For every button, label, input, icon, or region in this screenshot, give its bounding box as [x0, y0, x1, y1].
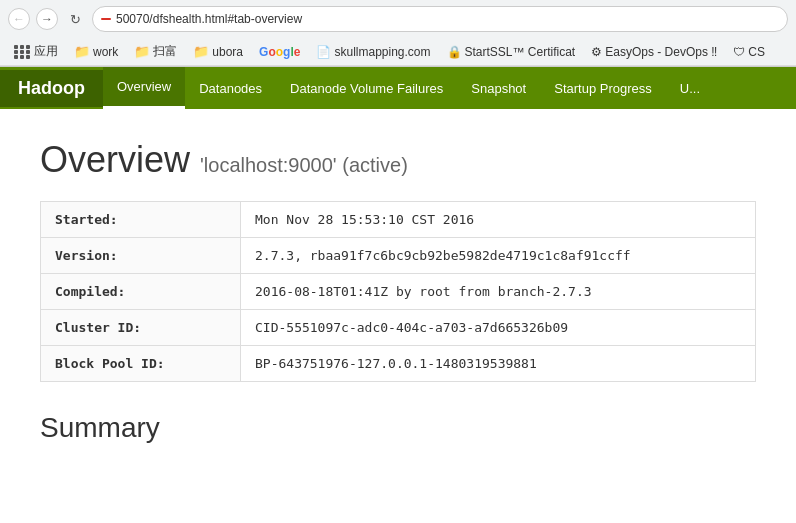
bookmark-skullmapping[interactable]: 📄 skullmapping.com [310, 43, 436, 61]
label-cluster-id: Cluster ID: [41, 310, 241, 346]
hadoop-brand: Hadoop [0, 70, 103, 107]
label-block-pool-id: Block Pool ID: [41, 346, 241, 382]
nav-overview[interactable]: Overview [103, 67, 185, 109]
folder-icon: 📁 [193, 44, 209, 59]
info-table: Started: Mon Nov 28 15:53:10 CST 2016 Ve… [40, 201, 756, 382]
table-row: Version: 2.7.3, rbaa91f7c6bc9cb92be5982d… [41, 238, 756, 274]
lock-icon: 🔒 [447, 45, 462, 59]
back-button[interactable]: ← [8, 8, 30, 30]
bookmark-google[interactable]: Google [253, 43, 306, 61]
overview-heading: Overview 'localhost:9000' (active) [40, 139, 756, 181]
apps-grid-icon [14, 45, 31, 59]
table-row: Started: Mon Nov 28 15:53:10 CST 2016 [41, 202, 756, 238]
bookmark-scan[interactable]: 📁 扫富 [128, 41, 183, 62]
label-started: Started: [41, 202, 241, 238]
folder-icon: 📁 [134, 44, 150, 59]
refresh-button[interactable]: ↻ [64, 8, 86, 30]
label-compiled: Compiled: [41, 274, 241, 310]
page-icon: 📄 [316, 45, 331, 59]
apps-label: 应用 [34, 43, 58, 60]
bookmark-work[interactable]: 📁 work [68, 42, 124, 61]
table-row: Compiled: 2016-08-18T01:41Z by root from… [41, 274, 756, 310]
url-text: 50070/dfshealth.html#tab-overview [116, 12, 779, 26]
nav-datanode-volume-failures[interactable]: Datanode Volume Failures [276, 69, 457, 108]
summary-heading: Summary [40, 412, 756, 444]
table-row: Cluster ID: CID-5551097c-adc0-404c-a703-… [41, 310, 756, 346]
nav-snapshot[interactable]: Snapshot [457, 69, 540, 108]
page-content: Overview 'localhost:9000' (active) Start… [0, 109, 796, 464]
bookmark-csi[interactable]: 🛡 CS [727, 43, 771, 61]
google-logo: Google [259, 45, 300, 59]
value-version: 2.7.3, rbaa91f7c6bc9cb92be5982de4719c1c8… [241, 238, 756, 274]
browser-chrome: ← → ↻ 50070/dfshealth.html#tab-overview … [0, 0, 796, 67]
bookmark-startssl[interactable]: 🔒 StartSSL™ Certificat [441, 43, 582, 61]
value-started: Mon Nov 28 15:53:10 CST 2016 [241, 202, 756, 238]
nav-utilities[interactable]: U... [666, 69, 714, 108]
table-row: Block Pool ID: BP-643751976-127.0.0.1-14… [41, 346, 756, 382]
nav-datanodes[interactable]: Datanodes [185, 69, 276, 108]
shield-icon: 🛡 [733, 45, 745, 59]
bookmark-easyops[interactable]: ⚙ EasyOps - DevOps ‼ [585, 43, 723, 61]
apps-shortcut[interactable]: 应用 [8, 41, 64, 62]
forward-button[interactable]: → [36, 8, 58, 30]
value-cluster-id: CID-5551097c-adc0-404c-a703-a7d665326b09 [241, 310, 756, 346]
browser-toolbar: ← → ↻ 50070/dfshealth.html#tab-overview [0, 0, 796, 38]
folder-icon: 📁 [74, 44, 90, 59]
hadoop-navbar: Hadoop Overview Datanodes Datanode Volum… [0, 67, 796, 109]
bookmarks-bar: 应用 📁 work 📁 扫富 📁 ubora Google 📄 skullmap… [0, 38, 796, 66]
bookmark-ubora[interactable]: 📁 ubora [187, 42, 249, 61]
address-bar[interactable]: 50070/dfshealth.html#tab-overview [92, 6, 788, 32]
security-indicator [101, 18, 111, 20]
value-compiled: 2016-08-18T01:41Z by root from branch-2.… [241, 274, 756, 310]
overview-subtitle: 'localhost:9000' (active) [200, 154, 408, 176]
nav-startup-progress[interactable]: Startup Progress [540, 69, 666, 108]
label-version: Version: [41, 238, 241, 274]
easyops-icon: ⚙ [591, 45, 602, 59]
value-block-pool-id: BP-643751976-127.0.0.1-1480319539881 [241, 346, 756, 382]
